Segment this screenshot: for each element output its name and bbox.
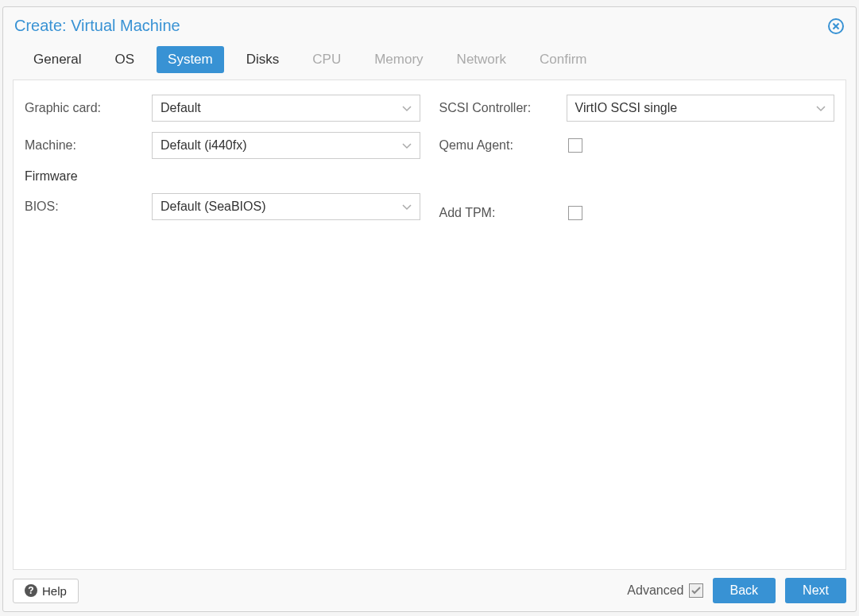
add-tpm-row: Add TPM: xyxy=(439,200,835,227)
machine-label: Machine: xyxy=(25,138,152,153)
bios-select[interactable]: Default (SeaBIOS) xyxy=(152,193,420,220)
machine-select[interactable]: Default (i440fx) xyxy=(152,132,420,159)
scsi-controller-row: SCSI Controller: VirtIO SCSI single xyxy=(439,95,835,122)
qemu-agent-label: Qemu Agent: xyxy=(439,138,567,153)
help-icon: ? xyxy=(25,584,37,597)
bios-row: BIOS: Default (SeaBIOS) xyxy=(25,193,420,220)
create-vm-dialog: Create: Virtual Machine General OS Syste… xyxy=(2,6,857,612)
help-button[interactable]: ? Help xyxy=(13,579,79,603)
left-column: Graphic card: Default Machine: Default (… xyxy=(25,95,420,555)
scsi-controller-select[interactable]: VirtIO SCSI single xyxy=(567,95,835,122)
footer-right: Advanced Back Next xyxy=(627,578,846,603)
scsi-controller-value: VirtIO SCSI single xyxy=(575,101,678,115)
advanced-label: Advanced xyxy=(627,583,683,598)
chevron-down-icon xyxy=(816,101,826,115)
qemu-agent-checkbox[interactable] xyxy=(568,138,582,153)
bios-label: BIOS: xyxy=(25,200,152,214)
add-tpm-checkbox[interactable] xyxy=(568,206,582,220)
chevron-down-icon xyxy=(402,138,412,153)
tab-confirm: Confirm xyxy=(528,46,598,73)
system-panel: Graphic card: Default Machine: Default (… xyxy=(13,79,846,570)
dialog-title: Create: Virtual Machine xyxy=(14,17,180,35)
advanced-checkbox[interactable] xyxy=(689,583,703,598)
machine-value: Default (i440fx) xyxy=(161,138,247,153)
graphic-card-value: Default xyxy=(161,101,201,115)
add-tpm-label: Add TPM: xyxy=(439,206,567,220)
chevron-down-icon xyxy=(402,101,412,115)
tab-os[interactable]: OS xyxy=(103,46,145,73)
right-column: SCSI Controller: VirtIO SCSI single Qemu… xyxy=(439,95,835,555)
scsi-controller-label: SCSI Controller: xyxy=(439,101,567,115)
close-icon xyxy=(828,18,844,34)
bios-value: Default (SeaBIOS) xyxy=(161,200,266,214)
tab-memory: Memory xyxy=(363,46,434,73)
dialog-footer: ? Help Advanced Back Next xyxy=(3,578,856,611)
qemu-agent-row: Qemu Agent: xyxy=(439,132,835,159)
tab-network: Network xyxy=(446,46,517,73)
graphic-card-row: Graphic card: Default xyxy=(25,95,420,122)
dialog-header: Create: Virtual Machine xyxy=(3,7,856,41)
tab-cpu: CPU xyxy=(301,46,352,73)
machine-row: Machine: Default (i440fx) xyxy=(25,132,420,159)
close-button[interactable] xyxy=(827,17,845,35)
check-icon xyxy=(691,587,701,595)
graphic-card-label: Graphic card: xyxy=(25,101,152,115)
next-button[interactable]: Next xyxy=(785,578,846,603)
help-label: Help xyxy=(42,584,67,598)
firmware-section-label: Firmware xyxy=(25,169,420,184)
chevron-down-icon xyxy=(402,200,412,214)
tab-disks[interactable]: Disks xyxy=(235,46,291,73)
tab-general[interactable]: General xyxy=(22,46,92,73)
tab-system[interactable]: System xyxy=(157,46,224,73)
graphic-card-select[interactable]: Default xyxy=(152,95,420,122)
spacer xyxy=(439,169,835,200)
back-button[interactable]: Back xyxy=(713,578,776,603)
wizard-tabs: General OS System Disks CPU Memory Netwo… xyxy=(3,41,856,73)
advanced-toggle[interactable]: Advanced xyxy=(627,583,702,598)
